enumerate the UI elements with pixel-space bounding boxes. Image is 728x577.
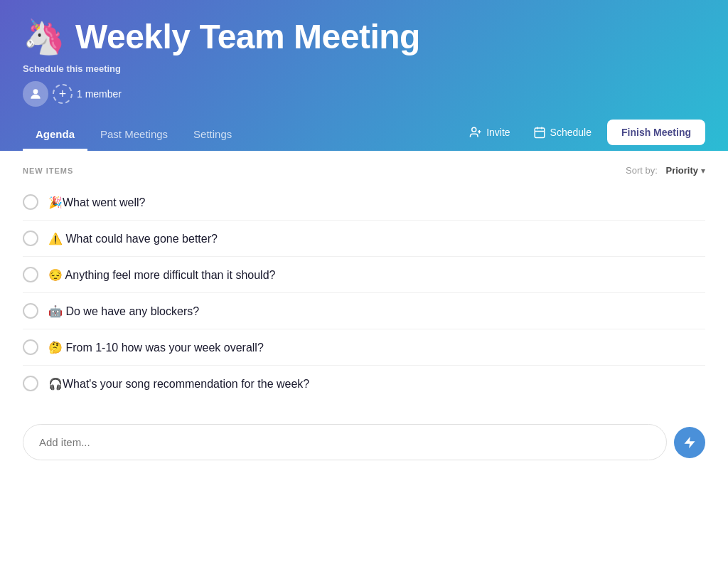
- list-item: 🎉What went well?: [23, 184, 705, 221]
- agenda-item-text: 😔 Anything feel more difficult than it s…: [48, 268, 275, 282]
- list-item: ⚠️ What could have gone better?: [23, 221, 705, 257]
- list-item: 🤔 From 1-10 how was your week overall?: [23, 329, 705, 366]
- agenda-item-text: 🤔 From 1-10 how was your week overall?: [48, 341, 264, 354]
- add-member-button[interactable]: +: [53, 84, 73, 104]
- lightning-button[interactable]: [674, 427, 705, 458]
- sort-control[interactable]: Sort by: Priority ▾: [626, 165, 705, 176]
- sort-prefix: Sort by:: [626, 165, 658, 176]
- section-header: NEW ITEMS Sort by: Priority ▾: [23, 151, 705, 184]
- invite-button[interactable]: Invite: [462, 122, 517, 143]
- list-item: 🤖 Do we have any blockers?: [23, 293, 705, 329]
- sort-value: Priority: [665, 165, 698, 176]
- member-row: + 1 member: [23, 81, 705, 107]
- header: 🦄 Weekly Team Meeting Schedule this meet…: [0, 0, 728, 151]
- chevron-down-icon: ▾: [701, 166, 705, 176]
- svg-point-0: [33, 89, 38, 94]
- list-item: 🎧What's your song recommendation for the…: [23, 366, 705, 401]
- tab-past-meetings[interactable]: Past Meetings: [87, 120, 181, 151]
- agenda-item-text: 🎉What went well?: [48, 196, 146, 209]
- add-item-input[interactable]: [23, 424, 667, 460]
- content-area: NEW ITEMS Sort by: Priority ▾ 🎉What went…: [0, 151, 728, 483]
- list-item: 😔 Anything feel more difficult than it s…: [23, 257, 705, 293]
- add-item-row: [23, 424, 705, 460]
- meeting-title: Weekly Team Meeting: [75, 17, 420, 56]
- invite-label: Invite: [486, 127, 510, 138]
- tab-agenda[interactable]: Agenda: [23, 120, 87, 151]
- section-label: NEW ITEMS: [23, 166, 73, 175]
- user-icon: [28, 87, 43, 101]
- svg-point-1: [472, 127, 476, 132]
- nav-tabs: Agenda Past Meetings Settings: [23, 120, 245, 151]
- agenda-item-text: ⚠️ What could have gone better?: [48, 232, 218, 245]
- header-top: 🦄 Weekly Team Meeting: [23, 17, 705, 56]
- svg-marker-8: [685, 436, 695, 448]
- unicorn-icon: 🦄: [23, 20, 65, 54]
- agenda-item-text: 🎧What's your song recommendation for the…: [48, 377, 309, 391]
- calendar-icon: [533, 126, 546, 139]
- invite-icon: [469, 126, 482, 139]
- checkbox-2[interactable]: [23, 231, 38, 246]
- tab-settings[interactable]: Settings: [181, 120, 245, 151]
- nav-actions: Invite Schedule Finish Meeting: [462, 120, 705, 151]
- schedule-label: Schedule: [550, 127, 592, 138]
- lightning-icon: [682, 435, 697, 450]
- agenda-list: 🎉What went well? ⚠️ What could have gone…: [23, 184, 705, 401]
- avatar: [23, 81, 48, 107]
- checkbox-1[interactable]: [23, 194, 38, 210]
- schedule-label: Schedule this meeting: [23, 63, 705, 74]
- svg-rect-4: [535, 128, 545, 138]
- checkbox-3[interactable]: [23, 267, 38, 282]
- agenda-item-text: 🤖 Do we have any blockers?: [48, 305, 199, 318]
- nav-bar: Agenda Past Meetings Settings Invite: [23, 120, 705, 151]
- checkbox-4[interactable]: [23, 303, 38, 319]
- schedule-button[interactable]: Schedule: [526, 122, 599, 143]
- checkbox-5[interactable]: [23, 339, 38, 355]
- finish-meeting-button[interactable]: Finish Meeting: [607, 120, 705, 145]
- checkbox-6[interactable]: [23, 376, 38, 391]
- member-count: 1 member: [77, 88, 122, 100]
